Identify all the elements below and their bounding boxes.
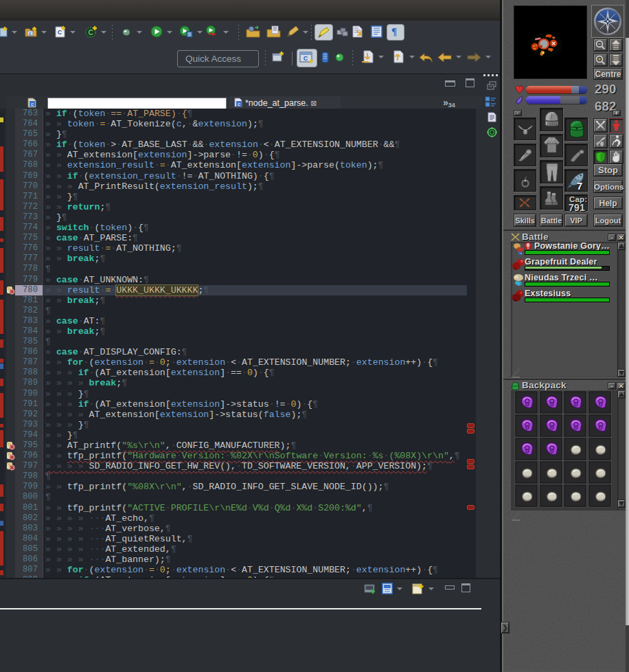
- svg-text:C: C: [58, 29, 62, 36]
- svg-text:c: c: [238, 101, 240, 107]
- svg-text:C: C: [88, 29, 93, 36]
- svg-text:c: c: [29, 31, 32, 36]
- svg-text:c: c: [31, 101, 34, 107]
- svg-text:C: C: [304, 55, 308, 62]
